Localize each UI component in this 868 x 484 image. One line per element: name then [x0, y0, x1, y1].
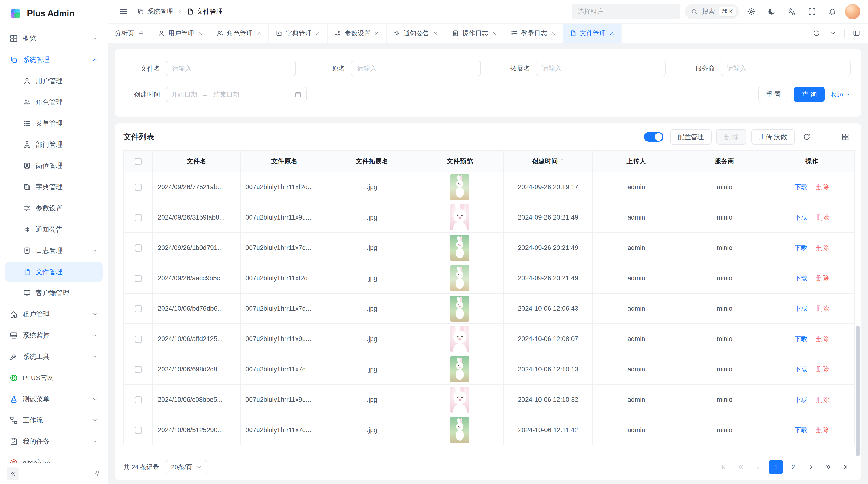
reset-button[interactable]: 重 置: [758, 87, 789, 102]
sidebar-item-gitee[interactable]: gitee记录: [5, 453, 103, 463]
sidebar-item-parameters[interactable]: 参数设置: [5, 199, 103, 218]
breadcrumb-item-system[interactable]: 系统管理: [137, 7, 173, 16]
delete-link[interactable]: 删除: [816, 396, 829, 403]
column-header-extension[interactable]: 文件拓展名: [328, 151, 416, 172]
delete-link[interactable]: 删除: [816, 335, 829, 343]
file-preview-thumbnail[interactable]: [450, 174, 469, 200]
pin-icon[interactable]: [138, 30, 144, 36]
fullscreen-button[interactable]: [804, 4, 820, 19]
column-header-origin-name[interactable]: 文件原名: [240, 151, 328, 172]
file-preview-thumbnail[interactable]: [450, 295, 469, 322]
file-preview-thumbnail[interactable]: [450, 417, 469, 443]
delete-link[interactable]: 删除: [816, 214, 829, 221]
sidebar-item-my-tasks[interactable]: 我的任务: [5, 432, 103, 451]
download-link[interactable]: 下载: [795, 214, 807, 221]
prev-pages-button[interactable]: [734, 460, 748, 474]
close-icon[interactable]: [374, 31, 379, 36]
delete-link[interactable]: 删除: [816, 305, 829, 312]
sidebar-item-overview[interactable]: 概览: [5, 29, 103, 48]
breadcrumb-item-files[interactable]: 文件管理: [187, 7, 223, 16]
row-checkbox[interactable]: [134, 184, 142, 191]
tab-login-log[interactable]: 登录日志: [504, 24, 563, 43]
column-settings-button[interactable]: [838, 130, 852, 144]
download-link[interactable]: 下载: [795, 244, 807, 251]
sidebar-item-workflow[interactable]: 工作流: [5, 411, 103, 430]
app-logo[interactable]: Plus Admin: [0, 0, 107, 27]
download-link[interactable]: 下载: [795, 275, 807, 282]
next-page-button[interactable]: [803, 460, 818, 474]
select-all-checkbox[interactable]: [134, 158, 142, 165]
tab-parameters[interactable]: 参数设置: [328, 24, 386, 43]
column-header-preview[interactable]: 文件预览: [416, 151, 504, 172]
close-icon[interactable]: [609, 31, 615, 36]
delete-link[interactable]: 删除: [816, 184, 829, 191]
page-2-button[interactable]: 2: [786, 460, 801, 474]
close-icon[interactable]: [551, 31, 556, 36]
close-icon[interactable]: [315, 31, 320, 36]
delete-link[interactable]: 删除: [816, 275, 829, 282]
download-link[interactable]: 下载: [795, 335, 807, 343]
file-preview-thumbnail[interactable]: [450, 235, 469, 261]
sidebar-item-roles[interactable]: 角色管理: [5, 93, 103, 112]
layout-toggle-button[interactable]: [849, 26, 864, 41]
sort-icons[interactable]: [560, 158, 564, 165]
row-checkbox[interactable]: [134, 427, 142, 434]
close-icon[interactable]: [256, 31, 261, 36]
sidebar-item-notices[interactable]: 通知公告: [5, 220, 103, 239]
page-1-button[interactable]: 1: [769, 460, 783, 474]
row-checkbox[interactable]: [134, 275, 142, 282]
tab-analysis[interactable]: 分析页: [108, 24, 151, 43]
sidebar-item-files[interactable]: 文件管理: [5, 262, 103, 282]
file-preview-thumbnail[interactable]: [450, 387, 469, 413]
row-checkbox[interactable]: [134, 245, 142, 252]
language-button[interactable]: [784, 4, 800, 19]
tab-dictionary[interactable]: 字典管理: [269, 24, 328, 43]
column-header-actions[interactable]: 操作: [769, 151, 855, 172]
sidebar-item-users[interactable]: 用户管理: [5, 71, 103, 91]
refresh-table-button[interactable]: [800, 130, 814, 144]
file-preview-thumbnail[interactable]: [450, 326, 469, 352]
tab-operation-log[interactable]: 操作日志: [445, 24, 504, 43]
file-preview-thumbnail[interactable]: [450, 265, 469, 291]
collapse-filters-link[interactable]: 收起: [830, 90, 850, 99]
prev-page-button[interactable]: [751, 460, 766, 474]
download-link[interactable]: 下载: [795, 426, 807, 433]
row-checkbox[interactable]: [134, 396, 142, 404]
sidebar-item-logs[interactable]: 日志管理: [5, 241, 103, 260]
sidebar-item-departments[interactable]: 部门管理: [5, 135, 103, 154]
delete-link[interactable]: 删除: [816, 426, 829, 433]
download-link[interactable]: 下载: [795, 305, 807, 312]
tab-files[interactable]: 文件管理: [563, 24, 622, 43]
file-preview-thumbnail[interactable]: [450, 204, 469, 230]
sidebar-item-dictionary[interactable]: 字典管理: [5, 178, 103, 197]
upload-button[interactable]: 上传 没做: [751, 129, 795, 144]
sidebar-item-system[interactable]: 系统管理: [5, 50, 103, 69]
row-checkbox[interactable]: [134, 305, 142, 312]
table-scrollbar[interactable]: [856, 326, 860, 456]
refresh-tabs-button[interactable]: [809, 26, 824, 41]
sidebar-collapse-button[interactable]: [7, 467, 19, 480]
notifications-button[interactable]: [825, 4, 840, 19]
global-search[interactable]: 搜索 ⌘ K: [685, 4, 739, 19]
download-link[interactable]: 下载: [795, 366, 807, 373]
file-name-input[interactable]: [166, 61, 296, 76]
row-checkbox[interactable]: [134, 366, 142, 373]
batch-delete-button[interactable]: 删 除: [716, 129, 747, 144]
delete-link[interactable]: 删除: [816, 366, 829, 373]
download-link[interactable]: 下载: [795, 184, 807, 191]
first-page-button[interactable]: [717, 460, 731, 474]
close-icon[interactable]: [197, 31, 203, 36]
next-pages-button[interactable]: [821, 460, 835, 474]
sidebar-toggle-button[interactable]: [116, 4, 131, 19]
column-header-created[interactable]: 创建时间: [504, 151, 592, 172]
tab-notices[interactable]: 通知公告: [386, 24, 445, 43]
sidebar-item-monitor[interactable]: 系统监控: [5, 326, 103, 345]
extension-input[interactable]: [536, 61, 666, 76]
column-header-provider[interactable]: 服务商: [680, 151, 769, 172]
delete-link[interactable]: 删除: [816, 244, 829, 251]
close-icon[interactable]: [433, 31, 438, 36]
query-button[interactable]: 查 询: [794, 87, 825, 102]
download-link[interactable]: 下载: [795, 396, 807, 403]
theme-toggle-button[interactable]: [764, 4, 779, 19]
sidebar-item-test-menu[interactable]: 测试菜单: [5, 389, 103, 409]
